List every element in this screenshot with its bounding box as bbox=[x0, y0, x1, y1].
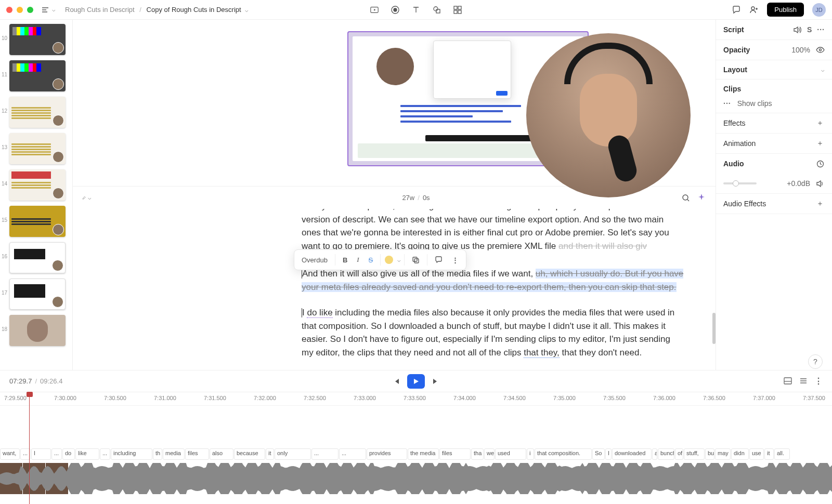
scene-11[interactable]: 11 bbox=[9, 60, 68, 91]
comment-icon[interactable] bbox=[732, 5, 741, 15]
comment-button[interactable] bbox=[431, 254, 447, 266]
scene-12[interactable]: 12 bbox=[9, 97, 68, 128]
word-token[interactable]: provides bbox=[367, 448, 407, 460]
word-token[interactable]: files bbox=[439, 448, 471, 460]
breadcrumb-root[interactable]: Rough Cuts in Descript bbox=[65, 6, 135, 14]
word-token[interactable]: also bbox=[210, 448, 233, 460]
inspector-script-row[interactable]: Script S ··· bbox=[716, 20, 832, 40]
inspector-animation-row[interactable]: Animation＋ bbox=[716, 134, 832, 154]
opacity-value[interactable]: 100% bbox=[791, 46, 810, 54]
word-token[interactable]: of bbox=[675, 448, 683, 460]
scene-13[interactable]: 13 bbox=[9, 133, 68, 164]
playhead[interactable] bbox=[29, 392, 30, 504]
word-token[interactable]: we bbox=[484, 448, 495, 460]
bold-button[interactable]: B bbox=[339, 254, 352, 266]
word-token[interactable]: use bbox=[749, 448, 764, 460]
waveform[interactable] bbox=[0, 463, 832, 494]
word-token[interactable]: ... bbox=[100, 448, 110, 460]
overdub-button[interactable]: Overdub bbox=[297, 254, 332, 266]
app-menu-icon[interactable] bbox=[41, 5, 50, 15]
avatar[interactable]: JD bbox=[812, 3, 826, 17]
inspector-showclips-row[interactable]: ···Show clips bbox=[716, 94, 832, 113]
timeline-ruler[interactable]: 7:29.5007:30.0007:30.5007:31.0007:31.500… bbox=[0, 392, 832, 406]
shapes-icon[interactable] bbox=[432, 5, 441, 15]
word-token[interactable]: tha bbox=[471, 448, 484, 460]
scene-18[interactable]: 18 bbox=[9, 315, 68, 346]
s-icon[interactable]: S bbox=[807, 25, 812, 34]
p1-strike[interactable]: and then it will also giv bbox=[558, 241, 647, 251]
word-token[interactable]: it bbox=[266, 448, 274, 460]
word-token[interactable]: because bbox=[234, 448, 265, 460]
find-icon[interactable] bbox=[681, 193, 691, 203]
invite-icon[interactable] bbox=[749, 5, 759, 15]
word-token[interactable]: downloaded bbox=[612, 448, 652, 460]
record-icon[interactable] bbox=[391, 5, 400, 15]
timeline[interactable]: 7:29.5007:30.0007:30.5007:31.0007:31.500… bbox=[0, 392, 832, 504]
word-token[interactable]: it bbox=[764, 448, 774, 460]
breadcrumb-chevron-icon[interactable]: ⌵ bbox=[245, 7, 249, 13]
word-token[interactable]: bunch bbox=[658, 448, 674, 460]
word-token[interactable]: a bbox=[652, 448, 657, 460]
transcript-scrollbar[interactable] bbox=[712, 313, 716, 344]
highlight-button[interactable] bbox=[385, 256, 393, 264]
word-token[interactable]: I bbox=[605, 448, 612, 460]
video-canvas[interactable] bbox=[73, 20, 716, 186]
help-button[interactable]: ? bbox=[808, 354, 823, 369]
word-token[interactable]: ... bbox=[311, 448, 339, 460]
pen-tool-icon[interactable]: ⌵ bbox=[82, 193, 92, 203]
word-token[interactable]: may bbox=[715, 448, 731, 460]
italic-button[interactable]: I bbox=[353, 254, 363, 266]
app-menu-chevron-icon[interactable]: ⌵ bbox=[52, 6, 56, 13]
scene-14[interactable]: 14 bbox=[9, 169, 68, 201]
word-token[interactable]: bu bbox=[705, 448, 714, 460]
prev-button[interactable] bbox=[392, 377, 401, 386]
view-mode-2-icon[interactable] bbox=[799, 376, 808, 386]
text-icon[interactable] bbox=[411, 5, 421, 15]
p3-dotted[interactable]: do like bbox=[307, 308, 332, 318]
record-screen-icon[interactable] bbox=[370, 5, 379, 15]
word-token[interactable]: th bbox=[153, 448, 162, 460]
word-token[interactable]: the media bbox=[408, 448, 439, 460]
word-token[interactable]: i bbox=[527, 448, 534, 460]
inspector-audio-effects-row[interactable]: Audio Effects＋ bbox=[716, 194, 832, 214]
templates-icon[interactable] bbox=[453, 5, 462, 15]
strike-button[interactable]: S bbox=[365, 254, 378, 266]
camera-layer[interactable] bbox=[526, 33, 691, 197]
inspector-audio-row[interactable]: +0.0dB bbox=[716, 174, 832, 194]
word-track[interactable]: want,...I...dolike...includingthmediafil… bbox=[0, 448, 832, 460]
zoom-window[interactable] bbox=[27, 7, 33, 13]
word-token[interactable]: So bbox=[592, 448, 605, 460]
breadcrumb-current[interactable]: Copy of Rough Cuts in Descript bbox=[147, 6, 241, 14]
word-token[interactable]: all. bbox=[774, 448, 790, 460]
word-token[interactable]: including bbox=[111, 448, 152, 460]
word-token[interactable]: I bbox=[31, 448, 51, 460]
playbar-more-icon[interactable]: ⋮ bbox=[814, 376, 823, 386]
ai-icon[interactable] bbox=[697, 193, 706, 203]
eye-icon[interactable] bbox=[815, 45, 825, 55]
highlight-chevron-icon[interactable]: ⌵ bbox=[397, 257, 401, 263]
p3-dotted2[interactable]: that they, bbox=[524, 348, 560, 358]
word-token[interactable]: do bbox=[62, 448, 75, 460]
minimize-window[interactable] bbox=[17, 7, 23, 13]
copy-button[interactable] bbox=[408, 254, 424, 266]
popover-more-icon[interactable]: ⋮ bbox=[448, 254, 463, 266]
scene-10[interactable]: 10 bbox=[9, 24, 68, 55]
word-token[interactable]: used bbox=[495, 448, 526, 460]
audio-value[interactable]: +0.0dB bbox=[787, 179, 810, 188]
scene-rail[interactable]: 10 11 12 13 14 15 16 17 18 bbox=[0, 20, 73, 370]
word-token[interactable]: didn bbox=[731, 448, 749, 460]
scene-16[interactable]: 16 bbox=[9, 242, 68, 273]
inspector-opacity-row[interactable]: Opacity 100% bbox=[716, 40, 832, 60]
word-token[interactable]: ... bbox=[51, 448, 62, 460]
scene-17[interactable]: 17 bbox=[9, 278, 68, 310]
word-token[interactable]: like bbox=[75, 448, 99, 460]
plus-icon[interactable]: ＋ bbox=[815, 139, 825, 148]
next-button[interactable] bbox=[431, 377, 440, 386]
word-token[interactable]: only bbox=[275, 448, 311, 460]
close-window[interactable] bbox=[6, 7, 12, 13]
transcript[interactable]: So if you come up here, And we go to sha… bbox=[73, 209, 716, 370]
word-token[interactable]: ... bbox=[339, 448, 366, 460]
word-token[interactable]: files bbox=[185, 448, 209, 460]
word-token[interactable]: want, bbox=[0, 448, 20, 460]
plus-icon[interactable]: ＋ bbox=[815, 118, 825, 128]
